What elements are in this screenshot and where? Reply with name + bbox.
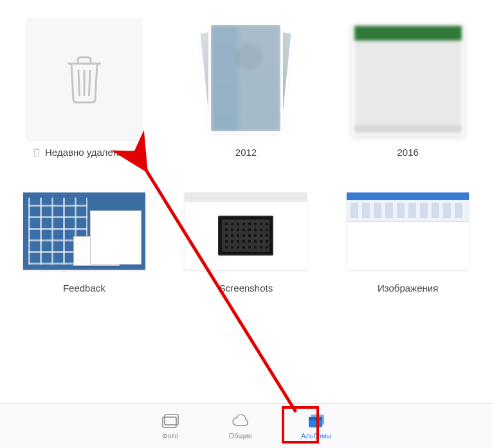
photo-thumbnail: [352, 23, 464, 136]
album-caption: 2016: [397, 147, 418, 158]
album-label: Изображения: [378, 283, 438, 294]
screenshot-thumbnail: [347, 192, 469, 270]
trash-icon: [32, 148, 41, 157]
album-feedback[interactable]: Feedback: [19, 186, 149, 294]
album-recently-deleted[interactable]: Недавно удаленные: [19, 18, 149, 158]
album-label: 2016: [397, 147, 418, 158]
tab-label: Общие: [229, 432, 252, 440]
svg-line-2: [89, 70, 90, 96]
album-label: Screenshots: [219, 283, 273, 294]
tab-photos[interactable]: Фото: [161, 412, 180, 440]
screenshot-thumbnail: [185, 192, 307, 270]
album-caption: Изображения: [378, 283, 438, 294]
album-label: Недавно удаленные: [45, 147, 136, 158]
album-label: 2012: [235, 147, 257, 158]
screenshot-thumbnail: [23, 192, 145, 270]
album-images[interactable]: Изображения: [343, 186, 473, 294]
album-icon: [307, 412, 326, 430]
album-thumbnail: [23, 18, 145, 140]
bottom-toolbar: Фото Общие Альбомы: [0, 403, 492, 448]
album-caption: Недавно удаленные: [32, 147, 136, 158]
tab-label: Фото: [162, 432, 178, 440]
trash-icon: [64, 55, 105, 104]
photos-albums-screen: Недавно удаленные 2012 2016: [0, 0, 492, 448]
album-caption: Screenshots: [219, 283, 273, 294]
album-caption: Feedback: [63, 283, 105, 294]
album-thumbnail: [347, 18, 469, 140]
photo-stack: [204, 20, 287, 139]
cloud-icon: [231, 412, 250, 430]
tab-shared[interactable]: Общие: [229, 412, 252, 440]
tab-albums[interactable]: Альбомы: [301, 412, 331, 440]
stacked-rects-icon: [161, 412, 180, 430]
albums-grid: Недавно удаленные 2012 2016: [0, 0, 492, 294]
album-thumbnail: [23, 186, 145, 276]
album-label: Feedback: [63, 283, 105, 294]
svg-rect-7: [309, 417, 322, 420]
tab-label: Альбомы: [301, 432, 331, 440]
album-2016[interactable]: 2016: [343, 18, 473, 158]
trash-thumbnail: [26, 18, 142, 140]
album-thumbnail: [185, 186, 307, 276]
album-thumbnail: [185, 18, 307, 140]
album-caption: 2012: [235, 147, 257, 158]
album-2012[interactable]: 2012: [181, 18, 311, 158]
svg-line-0: [78, 70, 80, 96]
album-thumbnail: [347, 186, 469, 276]
album-screenshots[interactable]: Screenshots: [181, 186, 311, 294]
